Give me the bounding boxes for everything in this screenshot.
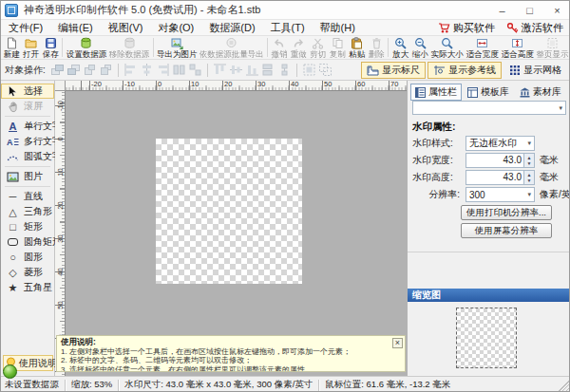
tool-line[interactable]: ─ 直线 — [1, 189, 54, 204]
tool-triangle[interactable]: △ 三角形 — [1, 204, 54, 219]
buy-software-button[interactable]: 购买软件 — [434, 21, 499, 35]
save-button[interactable]: 保存 — [41, 36, 60, 59]
material-library-icon — [520, 87, 530, 98]
open-button[interactable]: 打开 — [21, 36, 40, 59]
menu-tools[interactable]: 工具(T) — [263, 21, 313, 35]
paste-button[interactable]: 粘贴 — [348, 36, 367, 59]
toolbar-separator — [388, 38, 389, 57]
copy-icon — [332, 37, 344, 49]
tool-select[interactable]: 选择 — [1, 84, 54, 99]
stepper-arrows[interactable]: ▲ ▼ — [523, 154, 534, 167]
align-right-icon[interactable] — [156, 63, 170, 77]
key-icon — [506, 22, 519, 34]
object-selector-combobox[interactable]: ▾ — [412, 101, 566, 115]
chevron-down-icon: ▾ — [559, 104, 562, 112]
align-left-icon[interactable] — [124, 63, 138, 77]
actual-size-icon — [441, 37, 453, 49]
help-box-close-icon[interactable]: × — [392, 338, 403, 348]
tab-properties[interactable]: 属性栏 — [410, 84, 462, 101]
tool-diamond[interactable]: ◇ 菱形 — [1, 265, 54, 280]
sidebar-separator — [5, 166, 50, 167]
tool-arc-text[interactable]: 圆弧文字 — [1, 149, 54, 164]
set-datasource-button[interactable]: 设置数据源 — [65, 36, 107, 59]
menu-edit[interactable]: 编辑(E) — [50, 21, 101, 35]
batch-export-button[interactable]: 依数据源批量导出 — [199, 36, 265, 59]
star-icon: ★ — [6, 282, 20, 294]
horizontal-ruler: -20 -10 0 10 20 30 40 50 60 70 — [66, 81, 407, 91]
minimize-button[interactable]: – — [488, 1, 516, 19]
bring-to-front-icon[interactable] — [50, 63, 65, 77]
watermark-document[interactable] — [156, 139, 302, 284]
actual-size-button[interactable]: 实际大小 — [429, 36, 465, 59]
redo-button[interactable]: 重做 — [289, 36, 308, 59]
align-center-icon[interactable] — [140, 63, 154, 77]
show-ruler-toggle[interactable]: 显示标尺 — [361, 62, 426, 79]
center-on-page-icon[interactable] — [277, 63, 292, 77]
fit-width-button[interactable]: 适合宽度 — [465, 36, 500, 59]
tool-single-line-text[interactable]: A 单行文字 — [1, 119, 54, 134]
zoom-out-button[interactable]: 缩小 — [410, 36, 429, 59]
tool-multi-line-text[interactable]: A 多行文字 — [1, 134, 54, 149]
toolbar-separator — [207, 64, 208, 77]
canvas-area[interactable]: -20 -10 0 10 20 30 40 50 60 70 -10 0 10 … — [55, 81, 407, 376]
delete-button[interactable]: 删除 — [367, 36, 386, 59]
rounded-rectangle-icon — [6, 238, 20, 246]
resolution-combobox[interactable]: 300 ▾ — [466, 187, 535, 202]
cut-button[interactable]: 剪切 — [309, 36, 328, 59]
align-top-icon[interactable] — [213, 63, 227, 77]
group-icon[interactable] — [302, 63, 316, 77]
menu-view[interactable]: 视图(V) — [101, 21, 151, 35]
align-middle-icon[interactable] — [229, 63, 243, 77]
show-guides-toggle[interactable]: 显示参考线 — [428, 62, 502, 79]
menu-help[interactable]: 帮助(H) — [313, 21, 363, 35]
watermark-width-stepper[interactable]: 43.0 ▲ ▼ — [466, 153, 535, 168]
equal-width-icon[interactable] — [172, 63, 186, 77]
database-set-icon — [80, 37, 92, 49]
resize-grip[interactable] — [559, 381, 569, 391]
export-image-button[interactable]: 导出为图片 — [156, 36, 199, 59]
watermark-size-status: 水印尺寸: 43.0 毫米 x 43.0 毫米, 300 像素/英寸 — [119, 379, 318, 391]
ungroup-icon[interactable] — [318, 63, 332, 77]
toolbar-separator — [118, 64, 119, 77]
activate-software-button[interactable]: 激活软件 — [503, 21, 567, 35]
tab-material-library[interactable]: 素材库 — [515, 84, 566, 101]
send-backward-icon[interactable] — [99, 63, 113, 77]
spin-down-icon[interactable]: ▼ — [527, 160, 532, 166]
menu-file[interactable]: 文件(F) — [1, 21, 50, 35]
send-to-back-icon[interactable] — [66, 63, 81, 77]
align-bottom-icon[interactable] — [245, 63, 259, 77]
new-button[interactable]: 新建 — [2, 36, 21, 59]
copy-button[interactable]: 复制 — [328, 36, 347, 59]
thumbnail-preview[interactable] — [456, 308, 517, 368]
tool-image[interactable]: 图片 — [1, 169, 54, 184]
use-screen-resolution-button[interactable]: 使用屏幕分辨率 — [461, 223, 552, 238]
menu-object[interactable]: 对象(O) — [150, 21, 201, 35]
tool-rectangle[interactable]: □ 矩形 — [1, 219, 54, 234]
stepper-arrows[interactable]: ▲ ▼ — [523, 171, 534, 184]
equal-size-icon[interactable] — [188, 63, 202, 77]
full-page-button[interactable]: 整页显示 — [535, 36, 570, 59]
undo-button[interactable]: 撤销 — [270, 36, 289, 59]
mouse-position-status: 鼠标位置: 61.6 毫米, -13.2 毫米 — [319, 379, 456, 391]
tool-star[interactable]: ★ 五角星 — [1, 280, 54, 295]
watermark-style-combobox[interactable]: 无边框水印 ▾ — [466, 136, 535, 151]
maximize-button[interactable]: □ — [516, 1, 543, 19]
remove-datasource-button[interactable]: 移除数据源 — [108, 36, 151, 59]
chevron-down-icon: ▾ — [527, 191, 531, 198]
menu-datasource[interactable]: 数据源(D) — [201, 21, 262, 35]
equal-height-icon[interactable] — [261, 63, 276, 77]
fit-height-button[interactable]: 适合高度 — [500, 36, 535, 59]
use-printer-resolution-button[interactable]: 使用打印机分辨率... — [461, 205, 552, 220]
watermark-height-stepper[interactable]: 43.0 ▲ ▼ — [466, 170, 535, 185]
toolbar-separator — [62, 38, 63, 57]
scissors-icon — [312, 37, 324, 49]
close-button[interactable]: × — [543, 1, 570, 19]
tab-template-library[interactable]: 模板库 — [463, 84, 514, 101]
tool-pan[interactable]: 滚屏 — [1, 99, 54, 114]
spin-down-icon[interactable]: ▼ — [527, 177, 532, 183]
show-grid-toggle[interactable]: 显示网格 — [504, 62, 567, 79]
bring-forward-icon[interactable] — [83, 63, 97, 77]
zoom-in-button[interactable]: 放大 — [390, 36, 409, 59]
tool-rounded-rectangle[interactable]: 圆角矩形 — [1, 234, 54, 250]
tool-circle[interactable]: ○ 圆形 — [1, 250, 54, 265]
